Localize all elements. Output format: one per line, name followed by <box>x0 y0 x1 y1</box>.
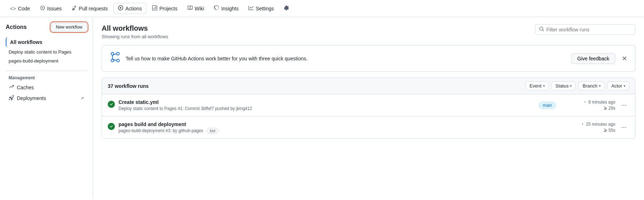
caches-label: Caches <box>17 85 34 90</box>
runs-header: 37 workflow runs Event ▾ Status ▾ Branch… <box>102 78 635 94</box>
nav-code[interactable]: <> Code <box>6 4 34 14</box>
sidebar-item-caches[interactable]: Caches <box>6 82 87 92</box>
insights-icon <box>248 5 253 11</box>
runs-filters: Event ▾ Status ▾ Branch ▾ Actor ▾ <box>526 81 629 90</box>
svg-point-5 <box>117 59 120 62</box>
table-row[interactable]: Create static.yml Deploy static content … <box>102 94 635 116</box>
run-info: pages build and deployment pages-build-d… <box>118 121 562 133</box>
svg-point-1 <box>42 7 43 9</box>
filter-actor-button[interactable]: Actor ▾ <box>607 81 629 90</box>
give-feedback-button[interactable]: Give feedback <box>571 53 616 64</box>
search-bar-wrap <box>535 24 635 35</box>
page-subtitle: Showing runs from all workflows <box>102 34 168 39</box>
run-duration: 55s <box>603 128 615 133</box>
run-meta: 25 minutes ago 55s <box>562 122 615 133</box>
run-more-button[interactable]: ··· <box>618 100 629 110</box>
top-nav: <> Code Issues Pull requests Actions Pro… <box>0 0 644 17</box>
run-time: 9 minutes ago <box>583 100 615 105</box>
sidebar-all-workflows-section: All workflows Deploy static content to P… <box>6 37 87 65</box>
close-banner-button[interactable]: ✕ <box>620 54 629 63</box>
chevron-down-icon: ▾ <box>570 84 572 88</box>
nav-pull-requests[interactable]: Pull requests <box>67 3 112 14</box>
svg-line-7 <box>112 54 116 55</box>
sidebar-item-deployments[interactable]: Deployments ↗ <box>6 93 87 103</box>
table-row[interactable]: pages build and deployment pages-build-d… <box>102 116 635 138</box>
sidebar-title: Actions <box>6 24 27 30</box>
wiki-icon <box>188 5 193 11</box>
svg-point-4 <box>117 52 120 55</box>
runs-section: 37 workflow runs Event ▾ Status ▾ Branch… <box>102 78 635 139</box>
external-link-icon: ↗ <box>81 96 84 101</box>
cache-icon <box>9 84 14 91</box>
nav-actions[interactable]: Actions <box>113 3 146 14</box>
success-status-icon <box>108 101 115 110</box>
main-content: All workflows Showing runs from all work… <box>93 17 644 198</box>
run-meta: 9 minutes ago 29s <box>562 100 615 111</box>
bot-badge: bot <box>207 128 218 134</box>
chevron-down-icon: ▾ <box>624 84 625 88</box>
settings-icon <box>284 5 289 11</box>
nav-insights[interactable]: Settings <box>244 3 278 14</box>
new-workflow-button[interactable]: New workflow <box>51 23 87 31</box>
deployments-label: Deployments <box>17 95 46 101</box>
actions-logo-icon <box>108 50 121 66</box>
sidebar-header: Actions New workflow <box>6 23 87 31</box>
filter-branch-button[interactable]: Branch ▾ <box>578 81 604 90</box>
sidebar-item-deploy-static[interactable]: Deploy static content to Pages <box>6 48 87 56</box>
feedback-text: Tell us how to make GitHub Actions work … <box>126 56 308 61</box>
security-icon <box>214 5 219 11</box>
nav-issues[interactable]: Issues <box>36 3 66 14</box>
chevron-down-icon: ▾ <box>543 84 545 88</box>
success-status-icon <box>108 123 115 132</box>
runs-count: 37 workflow runs <box>108 83 149 89</box>
sidebar-item-all-workflows[interactable]: All workflows <box>6 37 87 47</box>
run-subtitle: pages-build-deployment #3: by github-pag… <box>118 128 562 133</box>
run-more-button[interactable]: ··· <box>618 122 629 132</box>
nav-security[interactable]: Insights <box>210 3 243 14</box>
page-title: All workflows <box>102 24 168 32</box>
svg-line-8 <box>112 59 116 61</box>
filter-event-button[interactable]: Event ▾ <box>526 81 548 90</box>
nav-wiki[interactable]: Wiki <box>183 3 208 14</box>
run-duration: 29s <box>603 106 615 111</box>
filter-status-button[interactable]: Status ▾ <box>552 81 576 90</box>
run-info: Create static.yml Deploy static content … <box>118 99 533 111</box>
sidebar-divider <box>6 71 87 71</box>
search-icon <box>539 26 544 32</box>
management-section-label: Management <box>6 75 87 80</box>
sidebar: Actions New workflow All workflows Deplo… <box>0 17 93 198</box>
sidebar-item-pages-build[interactable]: pages-build-deployment <box>6 57 87 65</box>
branch-badge: main <box>539 102 556 109</box>
code-icon: <> <box>10 6 16 11</box>
run-title: Create static.yml <box>118 99 533 105</box>
layout: Actions New workflow All workflows Deplo… <box>0 17 644 198</box>
issues-icon <box>40 5 45 11</box>
actions-nav-icon <box>118 5 123 11</box>
chevron-down-icon: ▾ <box>599 84 601 88</box>
nav-settings[interactable] <box>280 3 295 14</box>
run-title: pages build and deployment <box>118 121 562 127</box>
projects-icon <box>152 5 157 11</box>
search-input[interactable] <box>546 27 631 32</box>
pull-request-icon <box>72 5 77 11</box>
feedback-banner: Tell us how to make GitHub Actions work … <box>102 45 635 72</box>
run-time: 25 minutes ago <box>580 122 615 127</box>
nav-projects[interactable]: Projects <box>148 3 182 14</box>
rocket-icon <box>9 95 14 101</box>
search-bar <box>535 24 635 35</box>
run-subtitle: Deploy static content to Pages #1: Commi… <box>118 106 533 111</box>
